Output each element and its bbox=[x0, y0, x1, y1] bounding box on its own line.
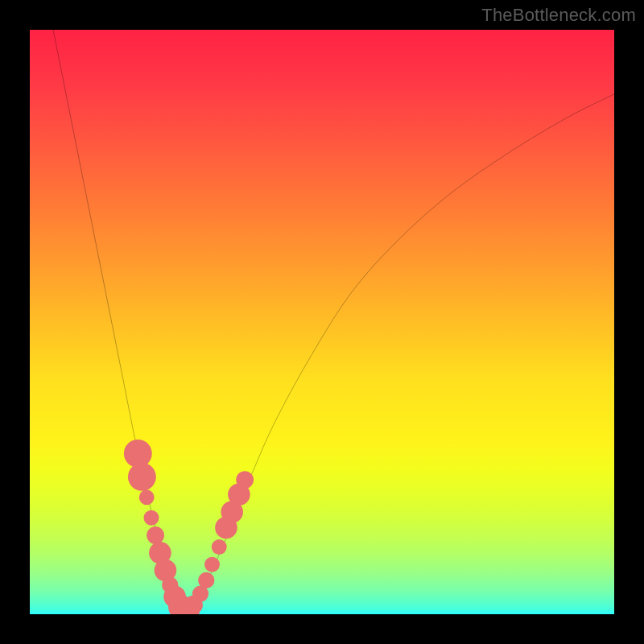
highlight-point bbox=[139, 489, 155, 505]
highlight-point bbox=[124, 440, 152, 468]
highlight-point bbox=[155, 559, 177, 582]
highlight-point bbox=[212, 539, 227, 555]
highlight-points bbox=[124, 440, 254, 614]
bottleneck-curve bbox=[53, 30, 614, 612]
highlight-point bbox=[168, 595, 192, 614]
highlight-point bbox=[128, 463, 156, 491]
highlight-point bbox=[192, 585, 208, 601]
highlight-point bbox=[228, 483, 250, 506]
chart-frame: TheBottleneck.com bbox=[0, 0, 644, 644]
highlight-point bbox=[198, 572, 214, 588]
highlight-point bbox=[215, 517, 237, 539]
highlight-point bbox=[162, 577, 178, 593]
highlight-point bbox=[163, 585, 186, 608]
highlight-point bbox=[175, 597, 200, 614]
highlight-point bbox=[147, 526, 164, 544]
highlight-point bbox=[221, 501, 243, 523]
curve-layer bbox=[30, 30, 614, 614]
highlight-point bbox=[236, 471, 254, 489]
plot-area bbox=[30, 30, 614, 614]
highlight-point bbox=[149, 542, 171, 564]
watermark-text: TheBottleneck.com bbox=[481, 5, 636, 26]
highlight-point bbox=[184, 596, 203, 614]
highlight-point bbox=[144, 510, 159, 526]
highlight-point bbox=[204, 557, 220, 572]
